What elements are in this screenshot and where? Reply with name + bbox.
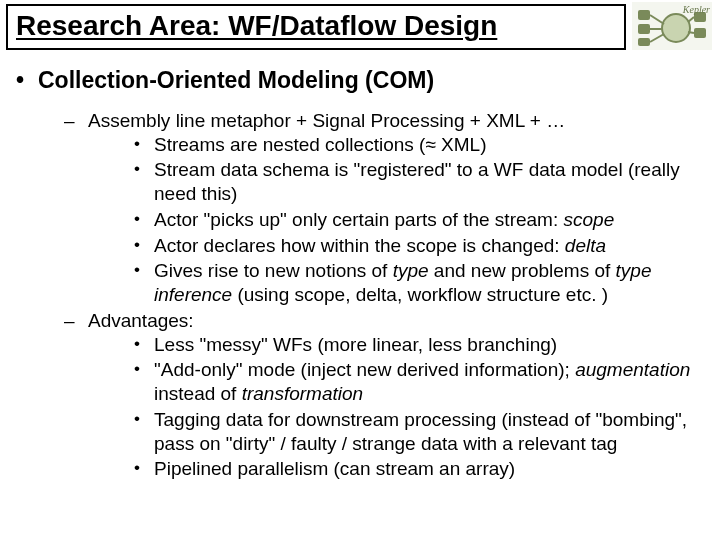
title-box: Research Area: WF/Dataflow Design: [6, 4, 626, 50]
em-delta: delta: [565, 235, 606, 256]
bullet-pipelined: Pipelined parallelism (can stream an arr…: [132, 457, 706, 481]
bullet-assembly-text: Assembly line metaphor + Signal Processi…: [88, 110, 565, 131]
bullet-add-only: "Add-only" mode (inject new derived info…: [132, 358, 706, 406]
bullet-actor-delta: Actor declares how within the scope is c…: [132, 234, 706, 258]
svg-rect-6: [694, 28, 706, 38]
text: "Add-only" mode (inject new derived info…: [154, 359, 575, 380]
text: instead of: [154, 383, 242, 404]
text: and new problems of: [429, 260, 616, 281]
bullet-assembly: Assembly line metaphor + Signal Processi…: [60, 109, 706, 307]
bullet-actor-scope: Actor "picks up" only certain parts of t…: [132, 208, 706, 232]
bullet-tagging: Tagging data for downstream processing (…: [132, 408, 706, 456]
logo-label: Kepler: [683, 4, 710, 15]
approx-symbol: ≈: [425, 134, 435, 155]
bullet-advantages-text: Advantages:: [88, 310, 194, 331]
text: Actor "picks up" only certain parts of t…: [154, 209, 564, 230]
bullet-streams-nested: Streams are nested collections (≈ XML): [132, 133, 706, 157]
svg-rect-1: [638, 10, 650, 20]
text: (using scope, delta, workflow structure …: [232, 284, 608, 305]
bullet-less-messy: Less "messy" WFs (more linear, less bran…: [132, 333, 706, 357]
svg-point-4: [662, 14, 690, 42]
text: Streams are nested collections (: [154, 134, 425, 155]
em-augmentation: augmentation: [575, 359, 690, 380]
text: XML): [436, 134, 487, 155]
bullet-stream-schema: Stream data schema is "registered" to a …: [132, 158, 706, 206]
slide-title: Research Area: WF/Dataflow Design: [16, 10, 616, 42]
svg-rect-2: [638, 24, 650, 34]
em-transformation: transformation: [242, 383, 363, 404]
text: Gives rise to new notions of: [154, 260, 393, 281]
slide-body: Collection-Oriented Modeling (COM) Assem…: [14, 66, 706, 491]
bullet-type-inference: Gives rise to new notions of type and ne…: [132, 259, 706, 307]
text: Actor declares how within the scope is c…: [154, 235, 565, 256]
bullet-com: Collection-Oriented Modeling (COM) Assem…: [14, 66, 706, 481]
em-type: type: [393, 260, 429, 281]
svg-line-11: [688, 32, 694, 33]
svg-rect-3: [638, 38, 650, 46]
em-scope: scope: [564, 209, 615, 230]
bullet-advantages: Advantages: Less "messy" WFs (more linea…: [60, 309, 706, 481]
slide: Kepler Research Area: WF/Dataflow Design…: [0, 0, 720, 540]
bullet-com-text: Collection-Oriented Modeling (COM): [38, 67, 434, 93]
